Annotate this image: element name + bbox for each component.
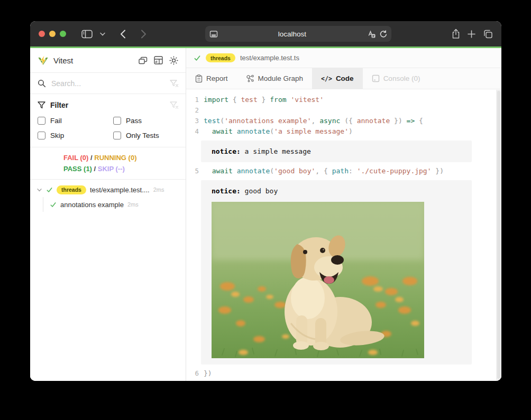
console-icon [372,74,380,82]
tab-console[interactable]: Console (0) [363,68,429,89]
windows-stack-icon[interactable] [139,57,148,64]
tab-label: Module Graph [258,74,304,82]
checkbox[interactable] [113,132,121,139]
address-bar[interactable]: localhost [205,26,391,42]
filter-title: Filter [50,101,165,109]
line-number: 3 [186,116,199,126]
test-file-name: test/example.test.... [90,186,150,194]
checkbox[interactable] [38,117,45,125]
close-window-button[interactable] [39,31,45,37]
pool-badge: threads [206,53,235,62]
report-icon [195,74,203,83]
url-text[interactable]: localhost [218,30,367,38]
minimize-window-button[interactable] [49,31,56,37]
check-icon [50,201,57,208]
tab-label: Code [336,74,354,82]
annotation-notice: notice: a simple message [201,141,472,162]
share-icon[interactable] [452,29,460,39]
notice-text: notice: good boy [212,186,461,195]
sun-icon[interactable] [169,56,178,65]
code-line-3: 3test('annotations example', async ({ an… [186,116,501,126]
checkbox-label: Only Tests [126,132,159,139]
app-title: Vitest [53,56,73,65]
dashboard-icon[interactable] [154,56,163,64]
filter-checkbox-pass[interactable]: Pass [113,117,178,125]
separator: / [94,165,96,173]
scrollbar[interactable] [496,90,501,381]
file-path: test/example.test.ts [240,54,299,62]
reload-icon[interactable] [380,30,387,38]
running-count: RUNNING (0) [94,154,136,162]
traffic-lights [39,31,66,37]
chevron-down-icon[interactable] [36,187,42,193]
tab-report[interactable]: Report [186,68,237,89]
check-icon [194,54,201,62]
pool-badge: threads [57,185,86,194]
chevron-down-icon[interactable] [96,26,109,42]
checkbox-label: Pass [126,117,142,125]
separator: / [90,154,93,162]
test-case-name: annotations example [60,201,124,209]
line-number: 2 [186,105,199,116]
new-tab-icon[interactable] [468,30,475,38]
filter-checkbox-only-tests[interactable]: Only Tests [113,132,178,139]
test-file-row[interactable]: threads test/example.test.... 2ms [30,182,186,197]
translate-icon[interactable] [367,30,376,38]
code-area[interactable]: 1import { test } from 'vitest'23test('an… [186,89,501,381]
check-icon [46,186,53,193]
browser-window: localhost [30,21,501,381]
tab-label: Console (0) [383,74,420,82]
tab-code[interactable]: </> Code [312,68,363,89]
skip-count: SKIP (--) [98,165,125,173]
fail-count: FAIL (0) [63,154,88,162]
checkbox[interactable] [38,132,45,139]
page-settings-icon[interactable] [209,30,218,38]
test-summary: FAIL (0) / RUNNING (0) PASS (1) / SKIP (… [30,147,186,180]
checkbox[interactable] [113,117,121,125]
annotation-notice: notice: good boy [201,180,472,365]
filter-section: Filter Fail Pass Skip Only Tests [30,94,186,147]
test-case-row[interactable]: annotations example 2ms [50,197,186,212]
funnel-clear-icon[interactable] [170,101,178,109]
module-graph-icon [246,74,254,83]
sidebar: Vitest [30,48,186,381]
browser-toolbar: localhost [30,21,501,46]
test-duration: 2ms [127,201,139,208]
checkbox-label: Fail [50,117,62,125]
code-line-4: 4 await annotate('a simple message') [186,126,501,137]
main-panel: threads test/example.test.ts Report Modu… [186,48,501,381]
code-line-5: 5 await annotate('good boy', { path: './… [186,166,501,176]
line-number: 5 [186,166,199,176]
search-input[interactable] [51,79,164,88]
zoom-window-button[interactable] [60,31,66,37]
vitest-logo [38,55,49,66]
tab-module-graph[interactable]: Module Graph [237,68,313,89]
code-line-1: 1import { test } from 'vitest' [186,95,501,105]
filter-checkbox-skip[interactable]: Skip [38,132,113,139]
forward-icon[interactable] [137,26,150,42]
code-line-6: 6}) [186,368,501,379]
file-header: threads test/example.test.ts [186,48,501,68]
tab-bar: Report Module Graph </> Code Console [186,68,501,89]
code-line-2: 2 [186,105,501,116]
pass-count: PASS (1) [63,165,92,173]
scrollbar-thumb[interactable] [497,91,500,379]
line-number: 1 [186,95,199,105]
funnel-icon [38,101,45,109]
notice-text: notice: a simple message [212,147,461,156]
test-tree: threads test/example.test.... 2ms annota… [30,180,186,212]
line-number: 4 [186,126,199,137]
tab-overview-icon[interactable] [483,30,493,39]
checkbox-label: Skip [50,132,64,139]
back-icon[interactable] [116,26,130,42]
puppy-photo [212,202,424,358]
search-icon [38,79,46,88]
test-duration: 2ms [153,186,164,193]
funnel-clear-icon[interactable] [170,80,178,87]
line-number: 6 [186,368,199,379]
code-icon: </> [321,75,332,82]
filter-checkbox-fail[interactable]: Fail [38,117,113,125]
tab-label: Report [206,74,228,82]
sidebar-toggle-icon[interactable] [78,26,96,42]
